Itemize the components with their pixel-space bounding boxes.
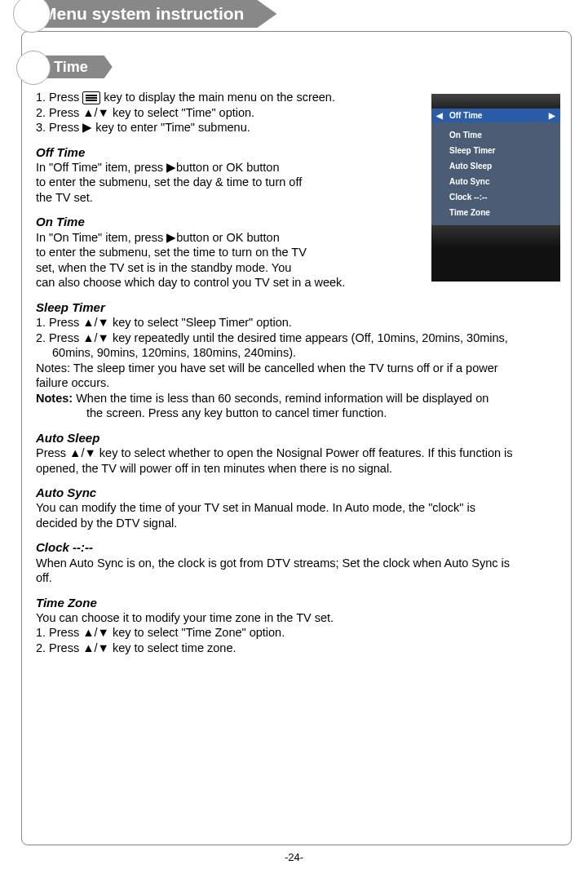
page-header-text: Menu system instruction: [42, 4, 244, 23]
text: off.: [36, 570, 560, 586]
text: set, when the TV set is in the standby m…: [36, 260, 560, 276]
text: When the time is less than 60 seconds, r…: [73, 392, 489, 405]
text: 1. Press ▲/▼ key to select "Time Zone" o…: [36, 625, 560, 641]
page-header-tab: Menu system instruction: [33, 0, 276, 28]
heading-off-time: Off Time: [36, 144, 560, 160]
text: Notes: The sleep timer you have set will…: [36, 361, 560, 376]
header-circle-decoration: [13, 0, 51, 33]
text: In "On Time" item, press ▶button or OK b…: [36, 230, 560, 246]
text: Press ▲/▼ key to select whether to open …: [36, 446, 560, 461]
intro-step-1: 1. Press key to display the main menu on…: [36, 90, 560, 105]
text: 60mins, 90mins, 120mins, 180mins, 240min…: [36, 345, 560, 361]
text: You can choose it to modify your time zo…: [36, 610, 560, 626]
text: can also choose which day to control you…: [36, 275, 560, 290]
text: failure occurs.: [36, 375, 560, 391]
text: 2. Press ▲/▼ key repeatedly until the de…: [36, 330, 560, 346]
notes-line: Notes: When the time is less than 60 sec…: [36, 391, 560, 406]
text: the screen. Press any key button to canc…: [36, 406, 560, 421]
body-content: 1. Press key to display the main menu on…: [36, 90, 560, 656]
heading-auto-sleep: Auto Sleep: [36, 430, 560, 446]
heading-time-zone: Time Zone: [36, 595, 560, 610]
text: In "Off Time" item, press ▶button or OK …: [36, 160, 560, 175]
heading-auto-sync: Auto Sync: [36, 485, 560, 500]
text: 1. Press ▲/▼ key to select "Sleep Timer"…: [36, 315, 560, 330]
menu-key-icon: [82, 91, 100, 104]
heading-on-time: On Time: [36, 214, 560, 229]
intro-step-2: 2. Press ▲/▼ key to select "Time" option…: [36, 105, 560, 121]
text: to enter the submenu, set the time to tu…: [36, 245, 560, 260]
text: 2. Press ▲/▼ key to select time zone.: [36, 641, 560, 656]
section-tab: Time: [44, 55, 113, 78]
section-tab-text: Time: [54, 59, 88, 75]
page-number: -24-: [0, 851, 588, 863]
text: You can modify the time of your TV set i…: [36, 500, 560, 516]
text: to enter the submenu, set the day & time…: [36, 175, 560, 190]
text: opened, the TV will power off in ten min…: [36, 461, 560, 477]
heading-clock: Clock --:--: [36, 539, 560, 555]
text: key to display the main menu on the scre…: [100, 91, 335, 104]
heading-sleep-timer: Sleep Timer: [36, 299, 560, 315]
section-circle-decoration: [16, 51, 51, 85]
text: When Auto Sync is on, the clock is got f…: [36, 556, 560, 571]
text: decided by the DTV signal.: [36, 516, 560, 531]
intro-step-3: 3. Press ▶ key to enter "Time" submenu.: [36, 120, 560, 135]
notes-label: Notes:: [36, 392, 73, 405]
text: the TV set.: [36, 190, 560, 206]
text: 1. Press: [36, 91, 82, 104]
